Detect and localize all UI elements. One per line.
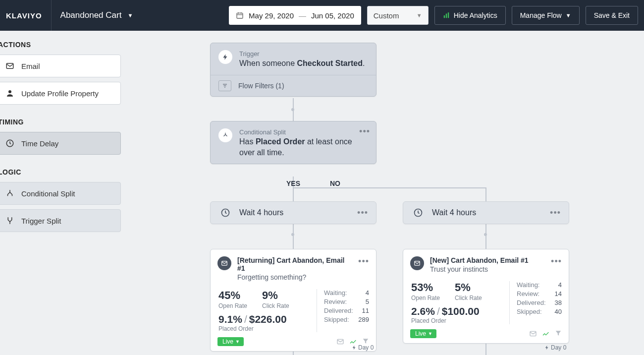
- email-icon: [217, 256, 231, 270]
- more-icon[interactable]: •••: [357, 208, 368, 218]
- email-action-icon[interactable]: [529, 330, 537, 338]
- sidebar-item-label: Time Delay: [21, 139, 58, 148]
- wait-text: Wait 4 hours: [432, 208, 476, 217]
- svg-point-5: [8, 90, 11, 93]
- analytics-action-icon[interactable]: [542, 330, 550, 338]
- sidebar: ACTIONS Email Update Profile Property TI…: [0, 31, 139, 246]
- split-text: Has Placed Order at least once over all …: [239, 136, 368, 158]
- email-card-new[interactable]: [New] Cart Abandon, Email #1 Trust your …: [403, 249, 569, 344]
- live-status-badge[interactable]: Live▼: [410, 329, 436, 338]
- clock-icon: [411, 206, 425, 220]
- wait-text: Wait 4 hours: [239, 208, 283, 217]
- trigger-node[interactable]: Trigger When someone Checkout Started. F…: [210, 43, 376, 97]
- conversion-value: 2.6%/$100.00: [411, 305, 509, 317]
- sidebar-item-email[interactable]: Email: [0, 55, 121, 77]
- branch-yes-label: YES: [286, 179, 300, 187]
- sidebar-section-timing: TIMING: [0, 118, 121, 126]
- email-subject: Forgetting something?: [237, 273, 352, 281]
- sidebar-section-actions: ACTIONS: [0, 41, 121, 49]
- day-tag-left: Day 0: [352, 344, 374, 351]
- email-name: [Returning] Cart Abandon, Email #1: [237, 256, 352, 272]
- day-tag-right: Day 0: [544, 344, 566, 351]
- open-rate-label: Open Rate: [411, 295, 440, 301]
- save-exit-label: Save & Exit: [594, 11, 630, 19]
- conversion-value: 9.1%/$226.00: [218, 313, 317, 325]
- calendar-icon: [236, 11, 244, 19]
- flow-canvas[interactable]: Trigger When someone Checkout Started. F…: [140, 31, 644, 355]
- hide-analytics-button[interactable]: Hide Analytics: [434, 6, 506, 25]
- chevron-down-icon: ▼: [417, 12, 422, 18]
- trigger-text: When someone Checkout Started.: [239, 58, 368, 69]
- chevron-down-icon: ▼: [566, 12, 571, 18]
- sidebar-item-label: Trigger Split: [21, 217, 61, 225]
- sidebar-item-label: Conditional Split: [21, 189, 75, 198]
- email-icon: [410, 256, 424, 270]
- open-rate-value: 45%: [218, 289, 247, 302]
- wait-node-right[interactable]: Wait 4 hours •••: [403, 201, 569, 224]
- branch-no-label: NO: [330, 179, 340, 187]
- split-icon: [218, 128, 232, 142]
- profile-icon: [5, 89, 14, 98]
- sidebar-item-label: Update Profile Property: [21, 89, 99, 98]
- flow-name-dropdown[interactable]: Abandoned Cart ▼: [57, 10, 133, 20]
- manage-flow-label: Manage Flow: [520, 11, 562, 19]
- clock-icon: [218, 206, 232, 220]
- conversion-label: Placed Order: [218, 325, 317, 332]
- hide-analytics-label: Hide Analytics: [454, 11, 497, 19]
- filter-list-icon: [218, 80, 231, 91]
- trigger-split-icon: [5, 216, 14, 225]
- split-icon: [5, 189, 14, 198]
- svg-rect-2: [446, 14, 447, 18]
- click-rate-label: Click Rate: [262, 302, 289, 309]
- save-exit-button[interactable]: Save & Exit: [586, 6, 638, 25]
- date-sep: —: [299, 11, 306, 20]
- app-header: KLAVIYO Abandoned Cart ▼ May 29, 2020 — …: [0, 0, 644, 31]
- sidebar-item-update-profile[interactable]: Update Profile Property: [0, 82, 121, 105]
- svg-rect-0: [237, 13, 243, 18]
- node-label: Conditional Split: [239, 128, 368, 136]
- range-preset-select[interactable]: Custom ▼: [367, 6, 429, 25]
- chart-bars-icon: [443, 12, 450, 19]
- live-status-badge[interactable]: Live▼: [217, 337, 244, 346]
- filter-action-icon[interactable]: [555, 330, 562, 338]
- click-rate-value: 5%: [455, 281, 482, 294]
- brand-logo: KLAVIYO: [6, 0, 52, 31]
- conditional-split-node[interactable]: ••• Conditional Split Has Placed Order a…: [210, 121, 376, 164]
- date-end: Jun 05, 2020: [311, 11, 354, 20]
- sidebar-item-trigger-split[interactable]: Trigger Split: [0, 209, 121, 232]
- more-icon[interactable]: •••: [359, 126, 370, 137]
- node-label: Trigger: [239, 50, 368, 58]
- email-name: [New] Cart Abandon, Email #1: [430, 256, 545, 264]
- email-action-icon[interactable]: [336, 338, 344, 346]
- conversion-label: Placed Order: [411, 317, 509, 324]
- svg-rect-3: [448, 12, 449, 18]
- manage-flow-button[interactable]: Manage Flow ▼: [512, 6, 580, 25]
- click-rate-label: Click Rate: [455, 295, 482, 301]
- range-preset-label: Custom: [374, 11, 399, 20]
- email-card-returning[interactable]: [Returning] Cart Abandon, Email #1 Forge…: [210, 249, 376, 352]
- sidebar-item-label: Email: [21, 62, 40, 70]
- sidebar-item-conditional-split[interactable]: Conditional Split: [0, 182, 121, 205]
- date-start: May 29, 2020: [249, 11, 294, 20]
- bolt-icon: [218, 50, 232, 64]
- sidebar-section-logic: LOGIC: [0, 168, 121, 176]
- flow-filters-label: Flow Filters (1): [238, 82, 284, 90]
- clock-icon: [5, 139, 14, 148]
- wait-node-left[interactable]: Wait 4 hours •••: [210, 201, 376, 224]
- date-range-picker[interactable]: May 29, 2020 — Jun 05, 2020: [229, 6, 361, 25]
- email-stats: Waiting:4 Review:14 Delivered:38 Skipped…: [509, 281, 562, 324]
- more-icon[interactable]: •••: [358, 256, 369, 281]
- open-rate-label: Open Rate: [218, 302, 247, 309]
- flow-name-label: Abandoned Cart: [60, 10, 122, 20]
- more-icon[interactable]: •••: [550, 208, 561, 218]
- flow-filters-row[interactable]: Flow Filters (1): [211, 75, 376, 96]
- email-icon: [5, 61, 14, 70]
- sidebar-item-time-delay[interactable]: Time Delay: [0, 132, 121, 155]
- more-icon[interactable]: •••: [551, 256, 562, 273]
- email-stats: Waiting:4 Review:5 Delivered:11 Skipped:…: [317, 289, 369, 332]
- svg-rect-1: [444, 15, 445, 18]
- email-subject: Trust your instincts: [430, 265, 545, 273]
- open-rate-value: 53%: [411, 281, 440, 294]
- chevron-down-icon: ▼: [127, 12, 133, 18]
- click-rate-value: 9%: [262, 289, 289, 302]
